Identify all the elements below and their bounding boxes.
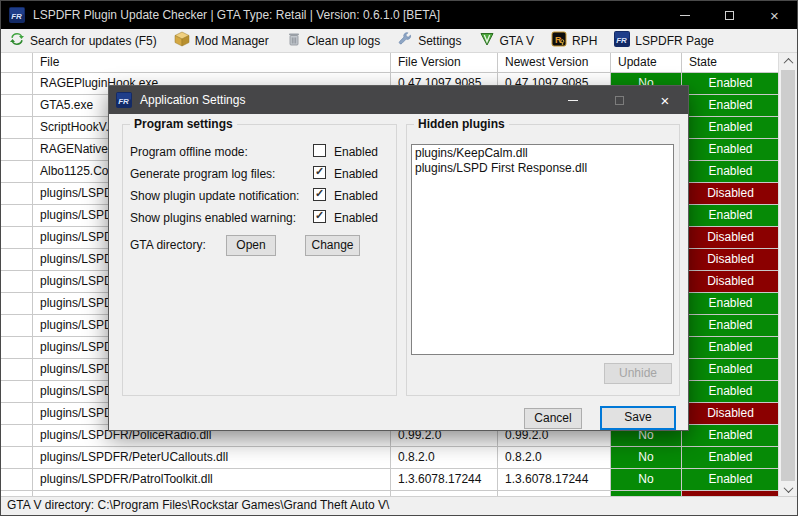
generate-log-files-checkbox[interactable] [313,166,326,179]
state-cell: Enabled [682,337,780,359]
gta-v-button[interactable]: GTA V [479,31,534,50]
toolbar: Search for updates (F5) Mod Manager Clea… [1,29,797,53]
column-header-file[interactable]: File [33,53,391,73]
program-settings-legend: Program settings [130,117,237,131]
search-for-updates-button[interactable]: Search for updates (F5) [9,31,157,50]
file-version-cell: 0.8.2.0 [391,447,498,469]
state-cell: Enabled [682,73,780,95]
option-program-offline-mode: Program offline mode: Enabled [130,144,398,160]
maximize-icon [615,96,624,105]
hidden-plugins-listbox[interactable]: plugins/KeepCalm.dll plugins/LSPD First … [411,144,674,355]
gta-directory-status: GTA V directory: C:\Program Files\Rockst… [7,498,389,512]
gtav-icon [479,31,495,50]
close-icon: × [661,93,670,108]
row-header-cell [1,337,33,359]
clean-up-logs-button[interactable]: Clean up logs [286,31,380,50]
svg-text:FR: FR [118,97,129,106]
open-button[interactable]: Open [226,235,276,256]
svg-text:R: R [555,35,562,45]
table-row[interactable]: plugins/LSPDFR/PeterUCallouts.dll0.8.2.0… [1,447,780,469]
option-label: Program offline mode: [130,145,248,159]
maximize-button[interactable] [707,1,752,29]
settings-button[interactable]: Settings [397,31,461,50]
list-item[interactable]: plugins/LSPD First Response.dll [412,161,673,176]
table-row[interactable]: plugins/LSPDFR/PatrolToolkit.dll1.3.6078… [1,469,780,491]
row-header-cell [1,293,33,315]
status-bar: GTA V directory: C:\Program Files\Rockst… [1,496,797,515]
lspdfr-page-button[interactable]: FR LSPDFR Page [614,31,714,50]
refresh-icon [9,31,25,50]
row-header-cell [1,95,33,117]
dialog-title-bar: FR Application Settings × [109,86,688,114]
hidden-plugins-legend: Hidden plugins [414,117,509,131]
cancel-button[interactable]: Cancel [524,408,582,429]
state-cell: Enabled [682,139,780,161]
svg-text:FR: FR [617,36,628,45]
dialog-close-button[interactable]: × [642,86,688,114]
table-header-row: File File Version Newest Version Update … [1,53,780,73]
checkbox-label: Enabled [334,211,378,225]
column-header-file-version[interactable]: File Version [391,53,498,73]
window-title: LSPDFR Plugin Update Checker | GTA Type:… [33,8,440,22]
newest-version-cell: 1.3.6078.17244 [498,469,611,491]
enabled-warning-checkbox[interactable] [313,210,326,223]
row-header-cell [1,469,33,491]
update-cell: No [611,469,682,491]
state-cell: Disabled [682,227,780,249]
minimize-button[interactable] [662,1,707,29]
minimize-icon [680,15,690,16]
toolbar-item-label: RPH [572,34,597,48]
svg-text:FR: FR [11,12,22,21]
state-cell: Enabled [682,293,780,315]
gta-directory-label: GTA directory: [130,238,206,252]
state-cell: Enabled [682,381,780,403]
title-bar: FR LSPDFR Plugin Update Checker | GTA Ty… [1,1,797,29]
row-header-cell [1,403,33,425]
mod-manager-button[interactable]: Mod Manager [174,31,269,50]
app-window: FR LSPDFR Plugin Update Checker | GTA Ty… [0,0,798,516]
row-header-cell [1,205,33,227]
row-header-cell [1,227,33,249]
state-cell: Enabled [682,161,780,183]
state-cell: Enabled [682,117,780,139]
row-header-cell [1,117,33,139]
change-button[interactable]: Change [305,235,360,256]
program-settings-group: Program settings [122,124,397,396]
save-button[interactable]: Save [600,406,676,430]
state-cell: Enabled [682,425,780,447]
toolbar-item-label: Clean up logs [307,34,380,48]
option-enabled-warning: Show plugins enabled warning: Enabled [130,210,398,226]
row-header-cell [1,139,33,161]
scrollbar-thumb[interactable] [781,70,795,481]
close-button[interactable]: × [752,1,797,29]
row-header-cell [1,359,33,381]
row-header-cell [1,315,33,337]
checkbox-label: Enabled [334,189,378,203]
column-header-update[interactable]: Update [611,53,682,73]
scroll-up-button[interactable] [779,53,797,70]
state-cell: Enabled [682,205,780,227]
column-header-newest-version[interactable]: Newest Version [498,53,611,73]
maximize-icon [725,11,734,20]
dialog-title: Application Settings [140,93,245,107]
column-header-state[interactable]: State [682,53,780,73]
toolbar-item-label: LSPDFR Page [635,34,714,48]
option-label: Show plugins enabled warning: [130,211,296,225]
state-cell: Enabled [682,95,780,117]
option-label: Show plugin update notification: [130,189,299,203]
list-item[interactable]: plugins/KeepCalm.dll [412,146,673,161]
update-cell: No [611,447,682,469]
state-cell: Enabled [682,315,780,337]
dialog-minimize-button[interactable] [550,86,596,114]
state-cell: Disabled [682,183,780,205]
wrench-icon [397,31,413,50]
row-header-cell [1,161,33,183]
vertical-scrollbar[interactable] [778,53,797,498]
update-notification-checkbox[interactable] [313,188,326,201]
dialog-maximize-button [596,86,642,114]
state-cell: Enabled [682,359,780,381]
program-offline-mode-checkbox[interactable] [313,144,326,157]
state-cell: Enabled [682,469,780,491]
rph-button[interactable]: R RPH [551,31,597,50]
toolbar-item-label: Mod Manager [195,34,269,48]
